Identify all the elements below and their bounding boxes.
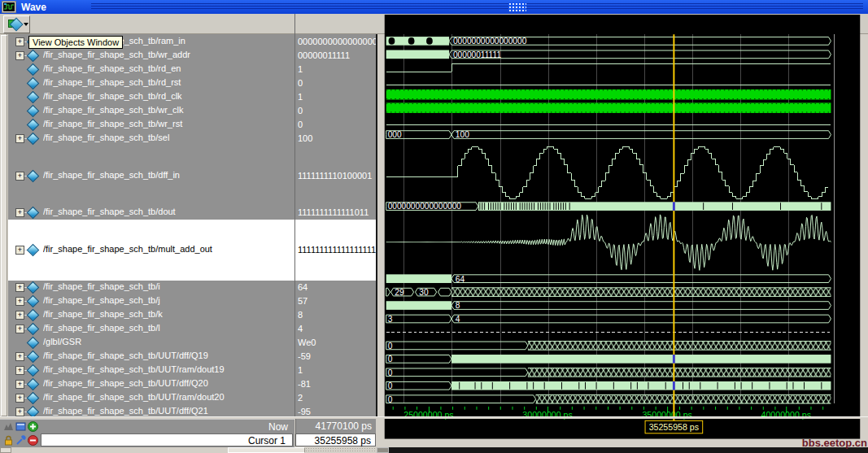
cursor-row: Cursor 1 [0, 433, 294, 447]
wave-value-label: 4 [456, 315, 460, 324]
signal-row-rd_clk[interactable]: /fir_shape_fir_shape_sch_tb/rd_clk [8, 90, 294, 104]
expand-toggle[interactable]: + [15, 134, 24, 143]
signal-row-wr_rst[interactable]: /fir_shape_fir_shape_sch_tb/wr_rst [8, 118, 294, 132]
expand-toggle[interactable]: + [15, 37, 24, 46]
signal-name: /fir_shape_fir_shape_sch_tb/UUT/dff/Q21 [43, 406, 293, 416]
tooltip: View Objects Window [28, 36, 123, 49]
wave-row-rd_clk[interactable] [386, 89, 831, 100]
scrollbar-button[interactable] [0, 447, 11, 453]
signal-row-rd_rst[interactable]: /fir_shape_fir_shape_sch_tb/rd_rst [8, 76, 294, 90]
expand-toggle[interactable]: + [15, 394, 24, 403]
wave-row-j[interactable]: 2930 [386, 288, 831, 297]
expand-toggle[interactable]: + [15, 352, 24, 361]
hash-region [528, 342, 831, 351]
cursor-name-box[interactable]: Cursor 1 [41, 433, 293, 446]
expand-toggle[interactable]: + [15, 283, 24, 292]
names-vertical-scrollbar[interactable] [0, 34, 7, 416]
signal-row-mult_add_out[interactable]: +/fir_shape_fir_shape_sch_tb/mult_add_ou… [8, 220, 294, 281]
signal-row-dout[interactable]: +/fir_shape_fir_shape_sch_tb/dout [8, 206, 294, 220]
signal-diamond-icon [27, 119, 40, 132]
signal-value-mult_add_out: 111111111111111111 [295, 220, 376, 281]
expand-toggle[interactable]: + [15, 246, 24, 255]
insert-cursor-icon[interactable] [28, 421, 38, 432]
clock-band [386, 102, 831, 113]
signal-row-i[interactable]: +/fir_shape_fir_shape_sch_tb/i [8, 281, 294, 294]
names-horizontal-scrollbar[interactable] [0, 447, 376, 453]
signal-row-GSR[interactable]: /glbl/GSR [8, 336, 294, 350]
scrollbar-track-dots [305, 447, 376, 453]
lock-cursor-icon[interactable] [3, 435, 14, 446]
signal-row-j[interactable]: +/fir_shape_fir_shape_sch_tb/j [8, 294, 294, 308]
delete-cursor-icon[interactable] [28, 435, 38, 446]
signal-diamond-icon [27, 364, 40, 377]
signal-diamond-icon [27, 281, 40, 294]
wave-value-label: 000 [388, 130, 402, 139]
signal-layout-button[interactable] [3, 15, 30, 33]
expand-toggle[interactable]: + [15, 325, 24, 333]
expand-toggle[interactable]: + [15, 311, 24, 320]
signal-values-panel[interactable]: 0000000000000000000000111111010010011111… [295, 34, 377, 416]
signal-diamond-icon [27, 133, 40, 146]
now-row: Now [0, 419, 294, 433]
wave-value-label: 3 [388, 315, 393, 324]
signal-name: /fir_shape_fir_shape_sch_tb/rd_clk [43, 91, 293, 101]
signal-diamond-icon [27, 378, 40, 391]
wave-value-label: 0000000000000000 [453, 37, 527, 46]
signal-row-l[interactable]: +/fir_shape_fir_shape_sch_tb/l [8, 322, 294, 336]
clock-band [386, 89, 831, 100]
scrollbar-button[interactable] [377, 447, 389, 453]
wave-value-label: 0 [388, 368, 393, 377]
signal-row-rd_en[interactable]: /fir_shape_fir_shape_sch_tb/rd_en [8, 63, 294, 76]
signal-row-Q21[interactable]: +/fir_shape_fir_shape_sch_tb/UUT/dff/Q21 [8, 405, 294, 416]
signal-row-dout19[interactable]: +/fir_shape_fir_shape_sch_tb/UUT/ram/dou… [8, 364, 294, 377]
collapse-time-icon[interactable] [3, 421, 14, 432]
expand-toggle[interactable]: + [15, 297, 24, 306]
window-title: Wave [21, 2, 46, 13]
signal-row-k[interactable]: +/fir_shape_fir_shape_sch_tb/k [8, 308, 294, 322]
signal-name: /fir_shape_fir_shape_sch_tb/j [43, 295, 293, 305]
wave-value-label: 29 [395, 288, 404, 297]
wave-window: Wave Msgs +/fir_shape_fir_shape_sch_tb/r… [0, 0, 868, 453]
bus-fill [451, 381, 831, 390]
expand-toggle[interactable]: + [15, 208, 24, 217]
wave-row-wr_clk[interactable] [386, 102, 831, 113]
wave-horizontal-scrollbar[interactable] [377, 447, 868, 453]
titlebar-grip-dots[interactable] [508, 2, 526, 11]
signal-row-wr_clk[interactable]: /fir_shape_fir_shape_sch_tb/wr_clk [8, 104, 294, 118]
wave-row-dout[interactable]: 0000000000000000 [386, 202, 831, 211]
hash-region [536, 394, 831, 403]
signal-value-dff_in: 1111111110100001 [295, 146, 376, 206]
expand-toggle[interactable]: + [15, 172, 24, 181]
signal-value-wr_addr: 00000011111 [295, 49, 376, 63]
edit-cursor-icon[interactable] [15, 435, 26, 446]
frames-icon[interactable] [15, 421, 26, 432]
expand-toggle[interactable]: + [15, 380, 24, 389]
signal-names-panel[interactable]: +/fir_shape_fir_shape_sch_tb/ram_in+/fir… [8, 34, 294, 416]
hash-region [528, 368, 831, 377]
signal-row-wr_addr[interactable]: +/fir_shape_fir_shape_sch_tb/wr_addr [8, 49, 294, 63]
signal-name: /fir_shape_fir_shape_sch_tb/rd_rst [43, 77, 293, 87]
column-splitter[interactable] [294, 14, 295, 416]
signal-row-dff_in[interactable]: +/fir_shape_fir_shape_sch_tb/dff_in [8, 146, 294, 206]
expand-toggle[interactable]: + [15, 366, 24, 375]
signal-row-dout20[interactable]: +/fir_shape_fir_shape_sch_tb/UUT/ram/dou… [8, 391, 294, 405]
title-bar[interactable]: Wave [0, 0, 868, 14]
scrollbar-thumb[interactable] [228, 447, 305, 453]
wave-row-dout19[interactable]: 0 [386, 355, 831, 364]
expand-toggle[interactable]: + [15, 407, 24, 416]
signal-row-Q20[interactable]: +/fir_shape_fir_shape_sch_tb/UUT/dff/Q20 [8, 377, 294, 391]
wave-value-label: 30 [419, 288, 429, 297]
signal-row-Q19[interactable]: +/fir_shape_fir_shape_sch_tb/UUT/dff/Q19 [8, 350, 294, 364]
waveform-canvas[interactable]: 0000000000000000000000111110001000000000… [377, 15, 868, 453]
expand-toggle[interactable]: + [15, 51, 24, 60]
signal-diamond-icon [27, 170, 40, 183]
titlebar-stripes [91, 3, 863, 11]
signal-diamond-icon [27, 351, 40, 364]
cursor-value[interactable]: 35255958 ps [295, 433, 376, 446]
signal-diamond-icon [27, 244, 40, 257]
watermark: bbs.eetop.cn [796, 437, 867, 449]
signal-diamond-icon [27, 105, 40, 118]
signal-row-sel[interactable]: +/fir_shape_fir_shape_sch_tb/sel [8, 132, 294, 146]
scrollbar-thumb[interactable] [1, 35, 7, 416]
wave-row-dout20[interactable]: 0 [386, 381, 831, 390]
